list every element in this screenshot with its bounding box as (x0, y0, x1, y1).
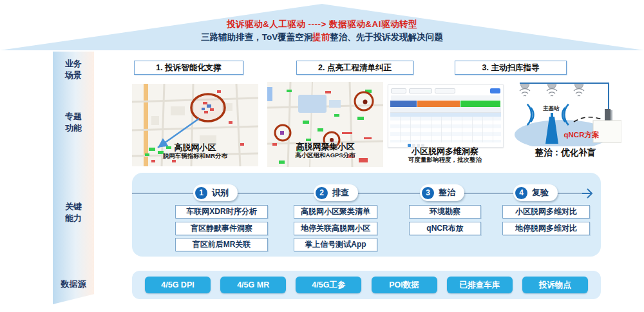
table-screenshot-multidim-insight (388, 84, 504, 148)
datasource-band: 4/5G DPI 4/5G MR 4/5G工参 POI数据 已排查车库 投诉物点 (132, 271, 601, 299)
table-filter-chip (409, 88, 432, 93)
feeder-line (520, 83, 609, 110)
row-label-key-capability: 关键 能力 (53, 201, 94, 224)
datasource-garages: 已排查车库 (447, 277, 513, 293)
banner-subline-suffix: 整治、先于投诉发现解决问题 (330, 32, 443, 42)
datasource-4-5g-dpi: 4/5G DPI (145, 277, 211, 293)
datasource-4-5g-eng: 4/5G工参 (296, 277, 361, 293)
step-number-badge: 4 (515, 187, 527, 199)
capability-item: 盲区前后MR关联 (175, 238, 268, 251)
capability-item: 环境勘察 (409, 205, 481, 219)
step-label: 排查 (332, 187, 349, 199)
map2-graphic (267, 82, 383, 167)
capability-item: 盲区静默事件洞察 (175, 222, 268, 235)
left-gradient-bar (53, 52, 94, 304)
process-flow-arrowhead (582, 188, 594, 199)
ceiling-antenna-icon (520, 84, 584, 96)
map-screenshot-cluster-cells: 高脱网聚集小区 高小区组和AGPS分布 (267, 82, 383, 167)
capability-item: 车联网XDR时序分析 (175, 205, 268, 219)
table-header-band (390, 101, 501, 107)
row-label-special-function: 专题 功能 (53, 111, 94, 134)
table-title: 小区脱网多维洞察 (388, 147, 502, 156)
capability-item: 小区脱网多维对比 (502, 205, 590, 219)
row-label-business-scene: 业务 场景 (53, 58, 94, 81)
datasource-poi: POI数据 (372, 277, 437, 293)
table-query-button (490, 88, 500, 93)
network-diagram: 主基站 qNCR方案 (512, 81, 621, 146)
step-label: 复验 (532, 187, 549, 199)
banner-subline-highlight: 提前 (312, 32, 330, 42)
network-caption: 整治：优化补盲 (520, 147, 611, 159)
table-band-blue (390, 101, 417, 107)
scene-box-2: 2. 点亮工程清单纠正 (296, 61, 413, 75)
table-band-green (460, 101, 500, 107)
map-screenshot-offgrid-cell: 高脱网小区 脱网车辆指标和MR分布 (132, 84, 258, 166)
table-toolbar (388, 85, 503, 95)
table-row-highlight (390, 113, 501, 117)
slide: 投诉驱动&人工驱动 ----> 数据驱动&AI驱动转型 三路辅助排查，ToV覆盖… (0, 0, 644, 312)
step-pill-identify: 1 识别 (193, 184, 238, 201)
banner-headline: 投诉驱动&人工驱动 ----> 数据驱动&AI驱动转型 (0, 18, 644, 31)
step-number-badge: 2 (316, 187, 328, 199)
datasource-complaint: 投诉物点 (522, 277, 588, 293)
capability-item: 掌上信号测试App (294, 238, 377, 251)
step-pill-remediate: 3 整治 (420, 184, 464, 201)
table-band-orange (417, 101, 459, 107)
roof-banner-text: 投诉驱动&人工驱动 ----> 数据驱动&AI驱动转型 三路辅助排查，ToV覆盖… (0, 18, 644, 43)
qncr-plan-label: qNCR方案 (564, 130, 600, 139)
table-column-header (390, 107, 501, 113)
step-pill-investigate: 2 排查 (314, 184, 358, 201)
page-dot (421, 144, 424, 147)
capability-item: 高脱网小区聚类清单 (294, 205, 377, 219)
page-dot (412, 144, 415, 147)
banner-subline: 三路辅助排查，ToV覆盖空洞提前整治、先于投诉发现解决问题 (0, 31, 644, 44)
step-label: 识别 (212, 187, 229, 199)
network-diagram-graphic: 主基站 qNCR方案 (512, 81, 621, 146)
capability-item: 地停脱网多维对比 (502, 222, 590, 235)
datasource-4-5g-mr: 4/5G MR (220, 277, 286, 293)
table-caption: 小区脱网多维洞察 可度量影响程度，批次整治 (388, 147, 502, 164)
scene-box-3: 3. 主动扫库指导 (455, 61, 567, 75)
table-pagination (388, 142, 503, 148)
step-pill-verify: 4 复验 (513, 184, 558, 201)
page-dot (417, 144, 420, 147)
base-station-label: 主基站 (543, 105, 560, 112)
table-subbar (391, 95, 500, 100)
table-filter-chip (435, 88, 455, 93)
capability-item: qNCR布放 (409, 222, 481, 235)
page-dot (408, 144, 411, 147)
step-number-badge: 1 (195, 187, 207, 199)
step-label: 整治 (439, 187, 455, 199)
scene-box-1: 1. 投诉智能化支撑 (134, 61, 243, 75)
step-number-badge: 3 (422, 187, 434, 199)
map1-graphic (132, 84, 258, 166)
capability-item: 地停关联高脱网小区 (294, 222, 377, 235)
table-rows (390, 113, 501, 142)
banner-subline-prefix: 三路辅助排查，ToV覆盖空洞 (201, 32, 312, 42)
table-filter-chip (391, 88, 406, 93)
row-label-data-source: 数据源 (53, 278, 94, 290)
table-subtitle: 可度量影响程度，批次整治 (388, 156, 502, 164)
